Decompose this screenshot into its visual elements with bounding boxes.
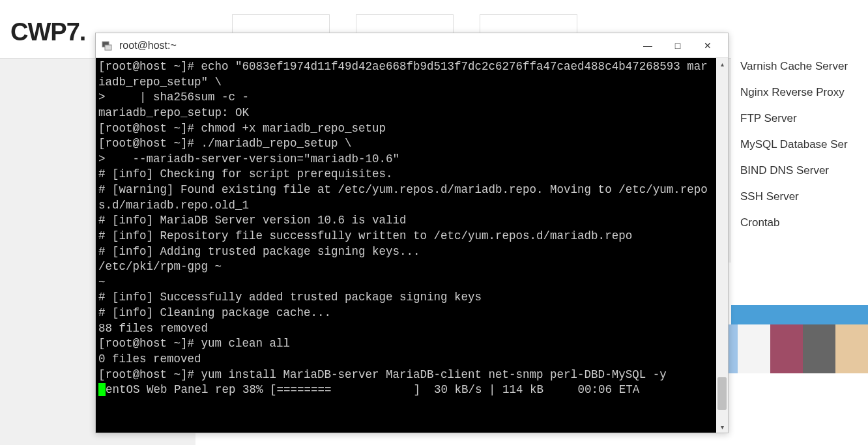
cursor [98,383,106,396]
sidebar-item-crontab[interactable]: Crontab [731,210,868,236]
color-squares [705,324,868,373]
color-square [738,324,770,373]
sidebar-item-ftp[interactable]: FTP Server [731,106,868,132]
close-button[interactable]: ✕ [693,36,723,55]
sidebar: Varnish Cache Server Nginx Reverse Proxy… [731,53,868,268]
terminal-content[interactable]: [root@host ~]# echo "6083ef1974d11f49d42… [96,58,716,433]
color-square [835,324,868,373]
maximize-button[interactable]: □ [663,36,693,55]
sidebar-item-bind[interactable]: BIND DNS Server [731,158,868,184]
terminal-window: root@host:~ — □ ✕ [root@host ~]# echo "6… [95,33,729,433]
svg-rect-1 [105,45,111,50]
window-controls: — □ ✕ [633,36,723,55]
scrollbar[interactable]: ▴ ▾ [716,58,728,433]
scroll-down-button[interactable]: ▾ [716,421,728,433]
progress-text: entOS Web Panel rep 38% [======== ] 30 k… [106,383,639,396]
color-square [770,324,803,373]
minimize-button[interactable]: — [633,36,663,55]
scroll-up-button[interactable]: ▴ [716,58,728,70]
logo: CWP7. [10,18,85,46]
color-square [803,324,835,373]
sidebar-item-mysql[interactable]: MySQL Database Ser [731,132,868,158]
window-title: root@host:~ [119,40,633,51]
blue-bar [731,305,868,324]
sidebar-item-ssh[interactable]: SSH Server [731,184,868,210]
putty-icon [101,40,113,51]
sidebar-item-varnish[interactable]: Varnish Cache Server [731,53,868,79]
terminal-body: [root@host ~]# echo "6083ef1974d11f49d42… [96,58,728,433]
scroll-thumb[interactable] [717,377,727,410]
title-bar[interactable]: root@host:~ — □ ✕ [96,33,728,58]
sidebar-item-nginx[interactable]: Nginx Reverse Proxy [731,79,868,106]
